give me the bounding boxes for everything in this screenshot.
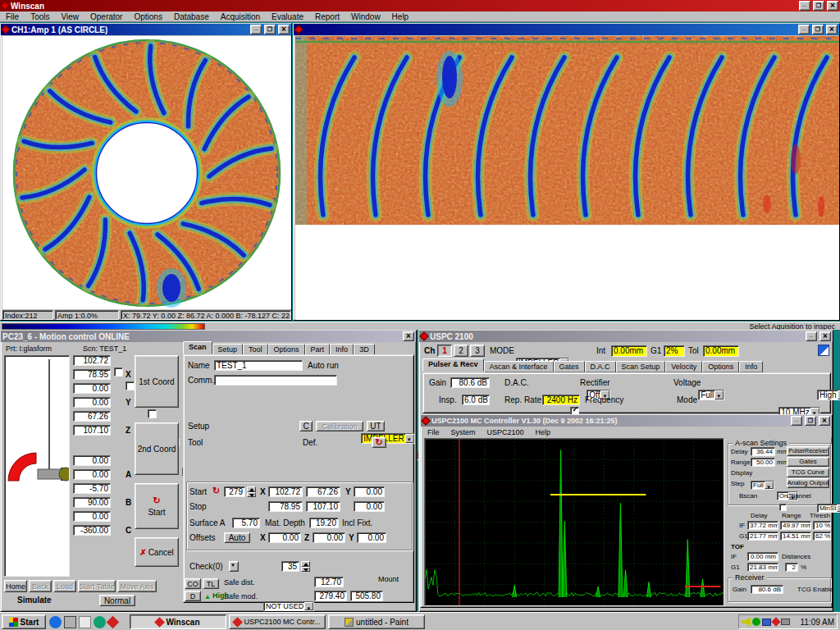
start-count-input[interactable]: 279 — [224, 486, 245, 497]
load-button[interactable]: Load — [53, 580, 76, 592]
insp-input[interactable]: 6.0 dB — [462, 395, 490, 405]
axis-value[interactable]: 0.00 — [73, 383, 111, 394]
chevron-down-icon[interactable] — [837, 504, 840, 512]
tray-app-icon[interactable] — [771, 617, 780, 626]
axis-value[interactable]: -360.00 — [73, 525, 111, 536]
quicklaunch-app-icon[interactable] — [107, 615, 120, 628]
motion-titlebar[interactable]: PC23_6 - Motion control ONLINE — [1, 331, 416, 342]
tab-gates[interactable]: Gates — [554, 361, 585, 372]
start-row-icon[interactable] — [212, 486, 220, 496]
stop-x-input[interactable]: 78.95 — [268, 501, 303, 512]
tab-scan-setup[interactable]: Scan Setup — [616, 361, 666, 372]
tl-button[interactable]: TL — [203, 578, 219, 589]
check-value-input[interactable]: 35 — [281, 561, 299, 572]
calibration-button[interactable]: Calibration — [316, 421, 363, 431]
cscan-circle-close-button[interactable] — [278, 25, 290, 34]
tray-status-icon[interactable] — [752, 618, 760, 626]
axis-value[interactable]: 102.72 — [73, 355, 111, 366]
stop-x2-input[interactable]: 107.10 — [306, 501, 340, 512]
tab-ascan-interface[interactable]: Ascan & Interface — [484, 361, 554, 372]
home-button[interactable]: Home — [4, 580, 27, 592]
tab-options[interactable]: Options — [268, 344, 305, 355]
tab-3d[interactable]: 3D — [354, 344, 375, 355]
cscan-unwrap-image[interactable] — [295, 36, 839, 320]
clock[interactable]: 11:09 AM — [800, 617, 834, 628]
menu-operator[interactable]: Operator — [84, 11, 128, 22]
pulser-receiver-button[interactable]: PulserReceiver — [787, 446, 829, 456]
mc-menu-uspc2100[interactable]: USPC2100 — [482, 427, 530, 437]
surface-input[interactable]: 5.70 — [232, 518, 260, 528]
axis-value[interactable]: 67.26 — [73, 411, 111, 422]
gain-input[interactable]: 80.6 dB — [450, 377, 490, 388]
cscan-unwrap-maximize-button[interactable] — [812, 25, 824, 34]
mc-minimize-button[interactable] — [791, 416, 802, 426]
d-button[interactable]: D — [185, 591, 201, 601]
c-button[interactable]: C — [299, 421, 313, 431]
task-uspc2100[interactable]: USPC2100 MC Contr... — [229, 614, 326, 629]
quicklaunch-browser-icon[interactable] — [49, 616, 62, 628]
stop-y-input[interactable]: 0.00 — [354, 501, 385, 512]
g1-delay-input[interactable]: 21.77 mm — [747, 532, 778, 541]
tab-velocity[interactable]: Velocity — [665, 361, 702, 372]
check-spinner[interactable] — [301, 561, 310, 572]
uspc-minimize-button[interactable] — [806, 331, 817, 341]
def-edit-button[interactable] — [372, 437, 386, 448]
cscan-unwrap-close-button[interactable] — [826, 25, 838, 34]
tab-part[interactable]: Part — [305, 344, 331, 355]
cscan-unwrap-titlebar[interactable] — [294, 24, 839, 35]
axis-checkbox[interactable] — [148, 409, 157, 418]
start-y-input[interactable]: 0.00 — [354, 486, 385, 497]
main-close-button[interactable] — [827, 1, 838, 11]
safedist-select[interactable]: NOT USED — [263, 601, 314, 611]
channel-2-button[interactable]: 2 — [454, 345, 468, 357]
offsets-auto-button[interactable]: Auto — [224, 532, 250, 543]
analog-output-button[interactable]: Analog Output — [787, 478, 829, 488]
axis-value[interactable]: 78.95 — [73, 369, 111, 380]
cancel-motion-button[interactable]: Cancel — [135, 537, 179, 567]
tab-scan[interactable]: Scan — [183, 341, 212, 354]
if-range-input[interactable]: 49.97 mm — [780, 521, 811, 530]
offset-y-input[interactable]: 0.00 — [357, 532, 386, 543]
offset-x-input[interactable]: 0.00 — [268, 532, 301, 543]
main-maximize-button[interactable] — [813, 1, 824, 11]
menu-file[interactable]: File — [0, 11, 25, 22]
bscan-checkbox[interactable] — [779, 504, 787, 511]
main-titlebar[interactable]: Winscan — [0, 0, 840, 11]
comm-input[interactable] — [214, 375, 337, 386]
start-table-button[interactable]: Start Table — [78, 580, 116, 592]
setup-select[interactable]: IMPELLER — [361, 433, 414, 444]
cscan-circle-minimize-button[interactable] — [250, 25, 262, 34]
delay-input[interactable]: 36.44 — [751, 447, 775, 456]
mc-menu-help[interactable]: Help — [530, 427, 557, 437]
mc-titlebar[interactable]: USPC2100 MC Controller V1.30 (Dec 9 2002… — [421, 415, 832, 427]
rep-rate-input[interactable]: 2400 Hz — [542, 395, 580, 405]
axis-value[interactable]: 0.00 — [73, 397, 111, 408]
chevron-down-icon[interactable] — [405, 434, 414, 443]
cscan-circle-image[interactable] — [2, 36, 291, 309]
mc-menu-file[interactable]: File — [422, 427, 445, 437]
check-drop-button[interactable] — [229, 561, 239, 572]
tray-monitor-icon[interactable] — [762, 619, 771, 626]
safedist-input[interactable]: 12.70 — [314, 577, 344, 587]
tof-if-input[interactable]: 0.00 mm — [747, 552, 778, 561]
safemod-input2[interactable]: 505.80 — [350, 591, 383, 601]
tab-dac[interactable]: D.A.C — [585, 361, 616, 372]
tol-value[interactable]: 0.00mm — [703, 345, 739, 357]
channel-3-button[interactable]: 3 — [470, 345, 485, 357]
task-paint[interactable]: untitled - Paint — [328, 614, 425, 629]
axis-value[interactable]: 0.00 — [73, 455, 111, 466]
display-select[interactable]: Full — [751, 481, 774, 490]
axis-checkbox[interactable] — [126, 381, 135, 390]
tray-card-icon[interactable] — [781, 619, 790, 625]
if-delay-input[interactable]: 37.72 mm — [747, 521, 778, 530]
g1-value[interactable]: 2% — [664, 345, 685, 357]
main-minimize-button[interactable] — [799, 1, 810, 11]
menu-tools[interactable]: Tools — [25, 11, 55, 22]
menu-database[interactable]: Database — [168, 11, 215, 22]
axis-value[interactable]: 90.00 — [73, 497, 111, 508]
menu-options[interactable]: Options — [128, 11, 167, 22]
start-x-input[interactable]: 102.72 — [268, 486, 303, 497]
first-coord-button[interactable]: 1st Coord — [135, 355, 179, 408]
voltage-select[interactable]: High — [817, 390, 840, 400]
depth-input[interactable]: 19.20 — [309, 518, 339, 528]
